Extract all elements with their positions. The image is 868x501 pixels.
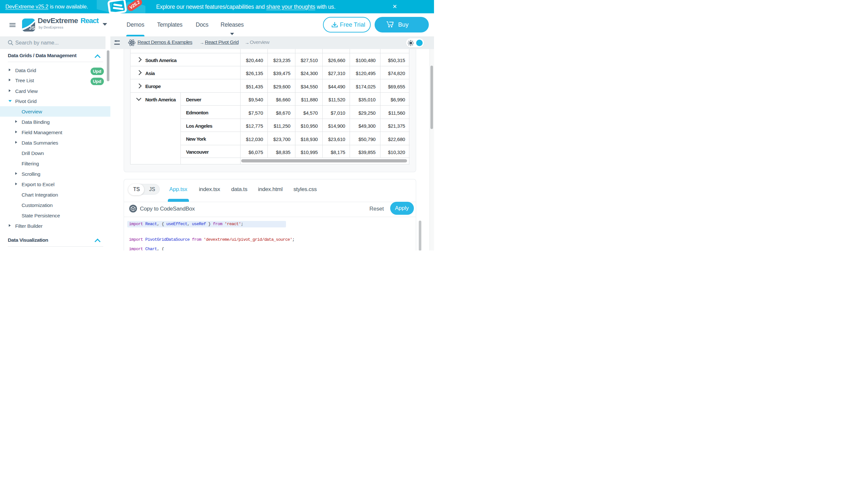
- svg-text:JS: JS: [29, 25, 35, 31]
